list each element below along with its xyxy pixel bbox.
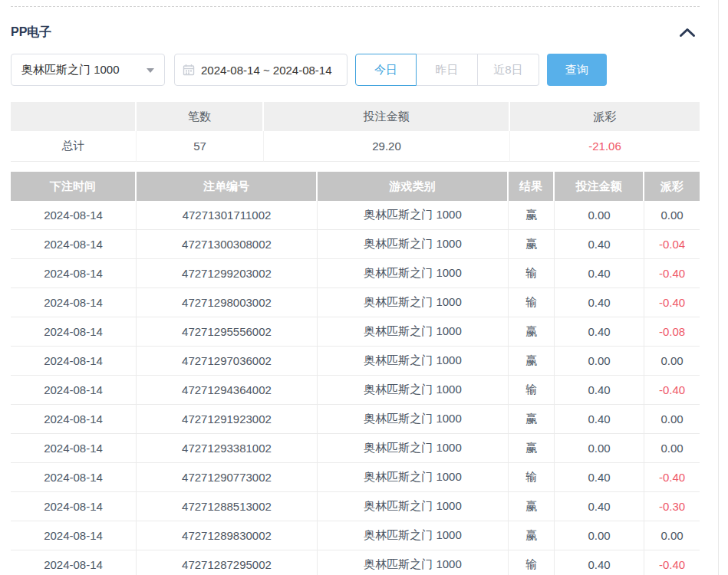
bet-amount-cell: 0.00 (555, 521, 644, 550)
game-type-cell: 奥林匹斯之门 1000 (318, 521, 509, 550)
bet-amount-cell: 0.00 (555, 347, 644, 376)
calendar-icon (183, 64, 195, 76)
bet-amount-cell: 0.40 (555, 405, 644, 434)
game-type-cell: 奥林匹斯之门 1000 (318, 317, 509, 347)
records-table: 下注时间 注单编号 游戏类别 结果 投注金额 派彩 2024-08-144727… (11, 172, 700, 575)
payout-cell: -0.04 (644, 230, 700, 259)
bet-amount-cell: 0.40 (555, 259, 644, 288)
date-range-picker[interactable]: 2024-08-14 ~ 2024-08-14 (174, 54, 348, 86)
summary-total-count: 57 (137, 131, 264, 162)
payout-cell: 0.00 (644, 405, 700, 434)
search-button[interactable]: 查询 (547, 54, 607, 86)
bet-time-cell: 2024-08-14 (11, 405, 137, 434)
record-row: 2024-08-1447271288513002奥林匹斯之门 1000赢0.40… (11, 492, 700, 521)
result-cell: 赢 (509, 347, 555, 376)
bet-amount-cell: 0.40 (555, 376, 644, 405)
order-id-cell: 47271294364002 (137, 376, 318, 405)
summary-header-row: 笔数 投注金额 派彩 (11, 102, 700, 131)
game-type-cell: 奥林匹斯之门 1000 (318, 463, 509, 492)
summary-total-row: 总计 57 29.20 -21.06 (11, 131, 700, 162)
order-id-cell: 47271297036002 (137, 347, 318, 376)
result-cell: 赢 (509, 201, 555, 230)
header-game-type: 游戏类别 (318, 172, 509, 201)
bet-time-cell: 2024-08-14 (11, 288, 137, 317)
summary-header-payout: 派彩 (510, 102, 700, 131)
game-type-cell: 奥林匹斯之门 1000 (318, 201, 509, 230)
game-select[interactable]: 奥林匹斯之门 1000 (11, 54, 165, 86)
game-select-value: 奥林匹斯之门 1000 (21, 63, 120, 77)
order-id-cell: 47271298003002 (137, 288, 318, 317)
game-type-cell: 奥林匹斯之门 1000 (318, 376, 509, 405)
game-type-cell: 奥林匹斯之门 1000 (318, 230, 509, 259)
header-bet-time: 下注时间 (11, 172, 137, 201)
summary-header-empty (11, 102, 137, 131)
yesterday-button[interactable]: 昨日 (417, 54, 478, 86)
record-row: 2024-08-1447271290773002奥林匹斯之门 1000输0.40… (11, 463, 700, 492)
quick-range-group: 今日 昨日 近8日 (355, 54, 539, 86)
summary-total-label: 总计 (11, 131, 137, 162)
payout-cell: -0.40 (644, 550, 700, 575)
payout-cell: -0.40 (644, 463, 700, 492)
payout-cell: -0.40 (644, 288, 700, 317)
summary-total-payout: -21.06 (510, 131, 700, 162)
bet-time-cell: 2024-08-14 (11, 492, 137, 521)
header-result: 结果 (509, 172, 555, 201)
game-type-cell: 奥林匹斯之门 1000 (318, 259, 509, 288)
record-row: 2024-08-1447271294364002奥林匹斯之门 1000输0.40… (11, 376, 700, 405)
record-row: 2024-08-1447271287295002奥林匹斯之门 1000输0.40… (11, 550, 700, 575)
bet-time-cell: 2024-08-14 (11, 521, 137, 550)
records-header-row: 下注时间 注单编号 游戏类别 结果 投注金额 派彩 (11, 172, 700, 201)
bet-time-cell: 2024-08-14 (11, 376, 137, 405)
section-divider (11, 6, 700, 7)
last-8-days-button[interactable]: 近8日 (478, 54, 539, 86)
order-id-cell: 47271295556002 (137, 317, 318, 347)
bet-amount-cell: 0.40 (555, 550, 644, 575)
today-button[interactable]: 今日 (355, 54, 417, 86)
bet-time-cell: 2024-08-14 (11, 230, 137, 259)
header-payout: 派彩 (644, 172, 700, 201)
panel-title: PP电子 (11, 25, 51, 41)
order-id-cell: 47271300308002 (137, 230, 318, 259)
record-row: 2024-08-1447271301711002奥林匹斯之门 1000赢0.00… (11, 201, 700, 230)
bet-amount-cell: 0.40 (555, 492, 644, 521)
payout-cell: 0.00 (644, 347, 700, 376)
payout-cell: 0.00 (644, 201, 700, 230)
game-type-cell: 奥林匹斯之门 1000 (318, 405, 509, 434)
payout-cell: -0.08 (644, 317, 700, 347)
game-type-cell: 奥林匹斯之门 1000 (318, 492, 509, 521)
result-cell: 赢 (509, 492, 555, 521)
game-type-cell: 奥林匹斯之门 1000 (318, 288, 509, 317)
order-id-cell: 47271293381002 (137, 434, 318, 463)
result-cell: 输 (509, 259, 555, 288)
result-cell: 输 (509, 288, 555, 317)
order-id-cell: 47271299203002 (137, 259, 318, 288)
bet-time-cell: 2024-08-14 (11, 463, 137, 492)
payout-cell: -0.40 (644, 376, 700, 405)
order-id-cell: 47271291923002 (137, 405, 318, 434)
summary-total-bet-amount: 29.20 (264, 131, 510, 162)
summary-header-bet-amount: 投注金额 (264, 102, 510, 131)
order-id-cell: 47271301711002 (137, 201, 318, 230)
record-row: 2024-08-1447271291923002奥林匹斯之门 1000赢0.40… (11, 405, 700, 434)
game-type-cell: 奥林匹斯之门 1000 (318, 550, 509, 575)
result-cell: 赢 (509, 521, 555, 550)
betting-records-page: PP电子 奥林匹斯之门 1000 2024-08-14 ~ 2024-08-14… (0, 0, 728, 575)
container-right-border (718, 0, 719, 575)
header-order-id: 注单编号 (137, 172, 318, 201)
bet-amount-cell: 0.00 (555, 434, 644, 463)
bet-amount-cell: 0.40 (555, 463, 644, 492)
bet-time-cell: 2024-08-14 (11, 434, 137, 463)
bet-amount-cell: 0.40 (555, 288, 644, 317)
summary-header-count: 笔数 (137, 102, 264, 131)
chevron-up-icon (679, 28, 696, 38)
game-type-cell: 奥林匹斯之门 1000 (318, 347, 509, 376)
bet-time-cell: 2024-08-14 (11, 201, 137, 230)
order-id-cell: 47271290773002 (137, 463, 318, 492)
order-id-cell: 47271289830002 (137, 521, 318, 550)
record-row: 2024-08-1447271289830002奥林匹斯之门 1000赢0.00… (11, 521, 700, 550)
game-type-cell: 奥林匹斯之门 1000 (318, 434, 509, 463)
bet-time-cell: 2024-08-14 (11, 550, 137, 575)
collapse-button[interactable] (678, 27, 697, 39)
result-cell: 赢 (509, 405, 555, 434)
result-cell: 赢 (509, 230, 555, 259)
